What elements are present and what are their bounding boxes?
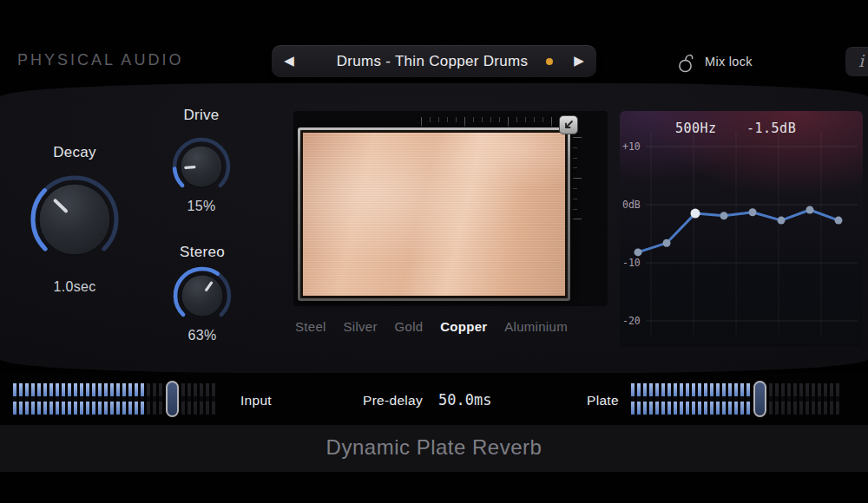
meter-segment: [686, 383, 689, 415]
meter-segment: [722, 383, 726, 415]
meter-segment: [147, 383, 150, 415]
material-option-gold[interactable]: Gold: [395, 319, 424, 334]
info-icon: i: [858, 51, 864, 70]
meter-segment: [194, 383, 197, 415]
meter-segment: [212, 383, 215, 415]
mix-lock-toggle[interactable]: Mix lock: [678, 48, 753, 75]
plate-ruler-horizontal: [421, 117, 553, 127]
meter-segment: [692, 383, 695, 415]
meter-segment: [704, 383, 707, 415]
meter-segment: [716, 383, 720, 415]
title-bar: Dynamic Plate Reverb: [0, 425, 868, 472]
plugin-title: Dynamic Plate Reverb: [0, 425, 868, 470]
meter-segment: [141, 383, 144, 415]
meter-segment: [631, 383, 635, 415]
meter-segment: [667, 383, 671, 415]
meter-segment: [116, 383, 120, 415]
preset-name[interactable]: Drums - Thin Copper Drums: [306, 53, 542, 70]
meter-segment: [680, 383, 683, 415]
meter-segment: [74, 383, 77, 415]
meter-segment: [637, 383, 641, 415]
preset-next-icon[interactable]: ▶: [562, 45, 596, 77]
resize-arrow-icon: [560, 121, 577, 136]
meter-segment: [734, 383, 738, 415]
meter-segment: [92, 383, 95, 415]
copper-plate-image: [303, 133, 565, 296]
meter-segment: [43, 383, 47, 415]
stereo-label: Stereo: [155, 244, 250, 261]
decay-knob[interactable]: [30, 174, 120, 268]
input-label: Input: [240, 393, 272, 408]
meter-segment: [68, 383, 71, 415]
plate-frame: [298, 127, 570, 301]
meter-segment: [206, 383, 209, 415]
brand-logo: PHYSICAL AUDIO: [17, 51, 183, 69]
preset-prev-icon[interactable]: ◀: [272, 45, 306, 77]
meter-segment: [159, 383, 162, 415]
meter-segment: [655, 383, 659, 415]
material-option-silver[interactable]: Silver: [343, 319, 377, 334]
meter-segment: [49, 383, 53, 415]
meter-segment: [746, 383, 750, 415]
plate-gain-slider[interactable]: [631, 381, 842, 417]
meter-segment: [818, 383, 821, 415]
svg-text:0dB: 0dB: [622, 199, 641, 211]
meter-segment: [836, 383, 839, 415]
meter-segment: [181, 383, 185, 415]
meter-segment: [649, 383, 653, 415]
info-button[interactable]: i: [845, 47, 868, 76]
main-panel: Decay 1.0sec Drive 15% Stereo 63%: [0, 83, 868, 373]
meter-segment: [86, 383, 89, 415]
meter-segment: [135, 383, 138, 415]
predelay-value[interactable]: 50.0ms: [438, 391, 491, 408]
input-gain-slider[interactable]: [13, 381, 218, 417]
drive-label: Drive: [154, 107, 249, 124]
drive-knob[interactable]: [171, 136, 232, 200]
meter-segment: [775, 383, 779, 415]
meter-segment: [806, 383, 809, 415]
material-option-copper[interactable]: Copper: [440, 319, 487, 334]
eq-gain-readout: -1.5dB: [746, 121, 796, 136]
drive-value: 15%: [154, 199, 249, 214]
footer-bar: Input Pre-delay 50.0ms Plate: [0, 373, 868, 425]
preset-bar[interactable]: ◀ Drums - Thin Copper Drums ▶: [272, 45, 596, 77]
meter-segment: [19, 383, 23, 415]
stereo-knob[interactable]: [172, 265, 233, 330]
meter-segment: [110, 383, 114, 415]
stereo-value: 63%: [155, 328, 250, 343]
unlock-icon: [678, 49, 697, 74]
plate-label: Plate: [587, 393, 619, 408]
meter-segment: [799, 383, 803, 415]
material-selector: Steel Silver Gold Copper Aluminium: [295, 319, 568, 334]
meter-segment: [661, 383, 665, 415]
svg-text:-10: -10: [622, 257, 641, 269]
meter-segment: [122, 383, 126, 415]
meter-segment: [740, 383, 744, 415]
meter-segment: [781, 383, 785, 415]
meter-segment: [37, 383, 41, 415]
meter-segment: [98, 383, 102, 415]
meter-segment: [13, 383, 16, 415]
plate-ruler-vertical: [573, 137, 582, 219]
meter-segment: [153, 383, 156, 415]
material-option-aluminium[interactable]: Aluminium: [504, 319, 568, 334]
plugin-window: PHYSICAL AUDIO ◀ Drums - Thin Copper Dru…: [0, 0, 868, 503]
plate-view[interactable]: [293, 111, 608, 306]
material-option-steel[interactable]: Steel: [295, 319, 326, 334]
decay-label: Decay: [27, 144, 122, 161]
plate-meter-handle[interactable]: [753, 381, 766, 417]
svg-text:+10: +10: [622, 140, 641, 153]
eq-freq-readout: 500Hz: [675, 121, 717, 136]
meter-segment: [104, 383, 108, 415]
meter-segment: [710, 383, 713, 415]
input-meter-handle[interactable]: [166, 381, 179, 417]
eq-plot[interactable]: +100dB-10-20: [620, 111, 863, 347]
plate-resize-button[interactable]: [559, 115, 578, 134]
decay-value: 1.0sec: [27, 279, 122, 295]
mix-lock-label: Mix lock: [705, 55, 753, 69]
meter-segment: [80, 383, 83, 415]
predelay-label: Pre-delay: [363, 393, 423, 408]
eq-panel[interactable]: +100dB-10-20 500Hz -1.5dB: [620, 111, 863, 347]
meter-segment: [62, 383, 65, 415]
meter-segment: [793, 383, 797, 415]
